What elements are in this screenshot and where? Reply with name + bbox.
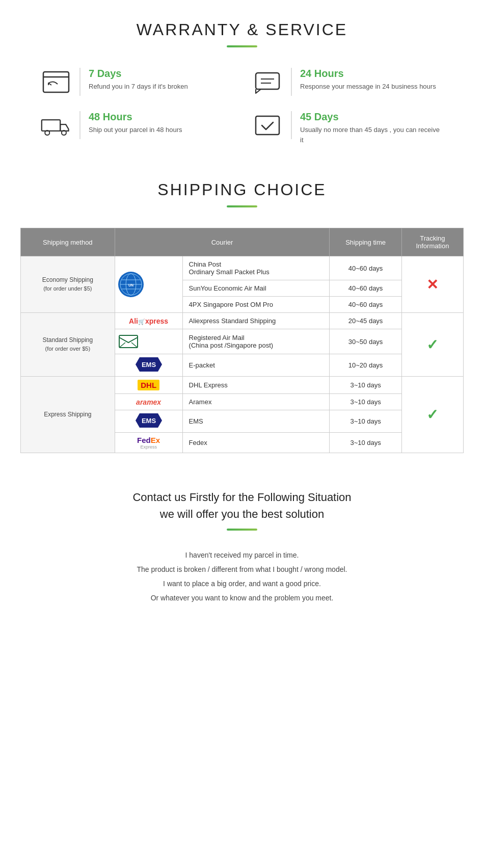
divider bbox=[291, 111, 292, 139]
warranty-desc-refund: Refund you in 7 days if it's broken bbox=[89, 82, 188, 92]
shipping-icon bbox=[41, 111, 71, 139]
warranty-text-delivery: 45 Days Usually no more than 45 days , y… bbox=[300, 111, 443, 145]
tracking-economy: ✕ bbox=[401, 256, 463, 313]
contact-items: I haven't received my parcel in time. Th… bbox=[31, 551, 453, 602]
warranty-item-refund: 7 Days Refund you in 7 days if it's brok… bbox=[41, 68, 232, 96]
svg-line-17 bbox=[119, 343, 125, 348]
logo-ems2: EMS bbox=[115, 410, 182, 433]
shipping-time: 3~10 days bbox=[330, 433, 401, 453]
contact-item: I want to place a big order, and want a … bbox=[31, 580, 453, 588]
courier-name: China PostOrdinary Small Packet Plus bbox=[182, 256, 330, 280]
courier-name: Fedex bbox=[182, 433, 330, 453]
courier-name: Aliexpress Standard Shipping bbox=[182, 313, 330, 329]
table-row: Economy Shipping(for order under $5) bbox=[21, 256, 464, 280]
contact-item: Or whatever you want to know and the pro… bbox=[31, 594, 453, 602]
table-row: Express Shipping DHL DHL Express 3~10 da… bbox=[21, 377, 464, 394]
courier-name: SunYou Economic Air Mail bbox=[182, 280, 330, 297]
svg-text:EMS: EMS bbox=[142, 417, 156, 425]
warranty-desc-shipping: Ship out your parcel in 48 hours bbox=[89, 125, 182, 135]
divider bbox=[79, 111, 80, 139]
divider bbox=[291, 68, 292, 96]
shipping-time: 40~60 days bbox=[330, 256, 401, 280]
refund-icon bbox=[41, 68, 71, 96]
warranty-item-response: 24 Hours Response your message in 24 bus… bbox=[252, 68, 443, 96]
svg-text:UN: UN bbox=[128, 283, 133, 287]
contact-section: Contact us Firstly for the Following Sit… bbox=[0, 463, 484, 628]
col-courier: Courier bbox=[115, 228, 330, 256]
cross-icon: ✕ bbox=[426, 277, 438, 293]
svg-rect-0 bbox=[43, 72, 69, 92]
shipping-time: 20~45 days bbox=[330, 313, 401, 329]
svg-rect-8 bbox=[256, 116, 279, 135]
warranty-item-shipping: 48 Hours Ship out your parcel in 48 hour… bbox=[41, 111, 232, 145]
fedex-sub: Express bbox=[118, 444, 179, 450]
contact-underline bbox=[227, 529, 257, 531]
check-icon: ✓ bbox=[426, 407, 438, 423]
warranty-text-response: 24 Hours Response your message in 24 bus… bbox=[300, 68, 436, 92]
contact-item: The product is broken / different from w… bbox=[31, 565, 453, 573]
method-economy: Economy Shipping(for order under $5) bbox=[21, 256, 115, 313]
courier-name: Aramex bbox=[182, 394, 330, 410]
courier-name: E-packet bbox=[182, 354, 330, 377]
shipping-section: SHIPPING CHOICE Shipping method Courier … bbox=[0, 155, 484, 463]
logo-aliexpress: Ali🛒xpress bbox=[115, 313, 182, 329]
svg-line-18 bbox=[131, 343, 138, 348]
table-row: Standard Shipping(for order over $5) Ali… bbox=[21, 313, 464, 329]
col-time: Shipping time bbox=[330, 228, 401, 256]
check-icon: ✓ bbox=[426, 337, 438, 353]
contact-item: I haven't received my parcel in time. bbox=[31, 551, 453, 559]
svg-rect-2 bbox=[256, 73, 279, 89]
warranty-text-shipping: 48 Hours Ship out your parcel in 48 hour… bbox=[89, 111, 182, 135]
method-express: Express Shipping bbox=[21, 377, 115, 453]
contact-title: Contact us Firstly for the Following Sit… bbox=[31, 489, 453, 522]
warranty-desc-response: Response your message in 24 business hou… bbox=[300, 82, 436, 92]
warranty-text-refund: 7 Days Refund you in 7 days if it's brok… bbox=[89, 68, 188, 92]
logo-fedex: FedEx Express bbox=[115, 433, 182, 453]
shipping-underline bbox=[227, 205, 257, 207]
courier-name: 4PX Singapore Post OM Pro bbox=[182, 297, 330, 313]
courier-name: DHL Express bbox=[182, 377, 330, 394]
warranty-section: WARRANTY & SERVICE 7 Days Refund you in … bbox=[0, 0, 484, 155]
shipping-time: 40~60 days bbox=[330, 280, 401, 297]
logo-ems: EMS bbox=[115, 354, 182, 377]
shipping-table: Shipping method Courier Shipping time Tr… bbox=[20, 228, 464, 453]
warranty-heading-delivery: 45 Days bbox=[300, 111, 443, 123]
col-tracking: TrackingInformation bbox=[401, 228, 463, 256]
warranty-item-delivery: 45 Days Usually no more than 45 days , y… bbox=[252, 111, 443, 145]
method-standard: Standard Shipping(for order over $5) bbox=[21, 313, 115, 377]
shipping-time: 3~10 days bbox=[330, 410, 401, 433]
response-icon bbox=[252, 68, 283, 96]
svg-text:EMS: EMS bbox=[142, 361, 156, 369]
divider bbox=[79, 68, 80, 96]
col-method: Shipping method bbox=[21, 228, 115, 256]
shipping-time: 3~10 days bbox=[330, 394, 401, 410]
tracking-express: ✓ bbox=[401, 377, 463, 453]
delivery-icon bbox=[252, 111, 283, 139]
svg-rect-5 bbox=[42, 120, 60, 131]
warranty-underline bbox=[227, 45, 257, 47]
warranty-desc-delivery: Usually no more than 45 days , you can r… bbox=[300, 125, 443, 145]
logo-aramex: aramex bbox=[115, 394, 182, 410]
warranty-heading-refund: 7 Days bbox=[89, 68, 188, 80]
warranty-heading-shipping: 48 Hours bbox=[89, 111, 182, 123]
courier-name: Registered Air Mail(China post /Singapor… bbox=[182, 329, 330, 354]
warranty-grid: 7 Days Refund you in 7 days if it's brok… bbox=[31, 68, 453, 145]
logo-dhl: DHL bbox=[115, 377, 182, 394]
warranty-title: WARRANTY & SERVICE bbox=[31, 20, 453, 39]
shipping-time: 30~50 days bbox=[330, 329, 401, 354]
tracking-standard: ✓ bbox=[401, 313, 463, 377]
shipping-time: 10~20 days bbox=[330, 354, 401, 377]
courier-name: EMS bbox=[182, 410, 330, 433]
logo-un: UN bbox=[115, 256, 182, 313]
shipping-title: SHIPPING CHOICE bbox=[20, 180, 464, 199]
shipping-time: 3~10 days bbox=[330, 377, 401, 394]
logo-regair bbox=[115, 329, 182, 354]
warranty-heading-response: 24 Hours bbox=[300, 68, 436, 80]
shipping-time: 40~60 days bbox=[330, 297, 401, 313]
